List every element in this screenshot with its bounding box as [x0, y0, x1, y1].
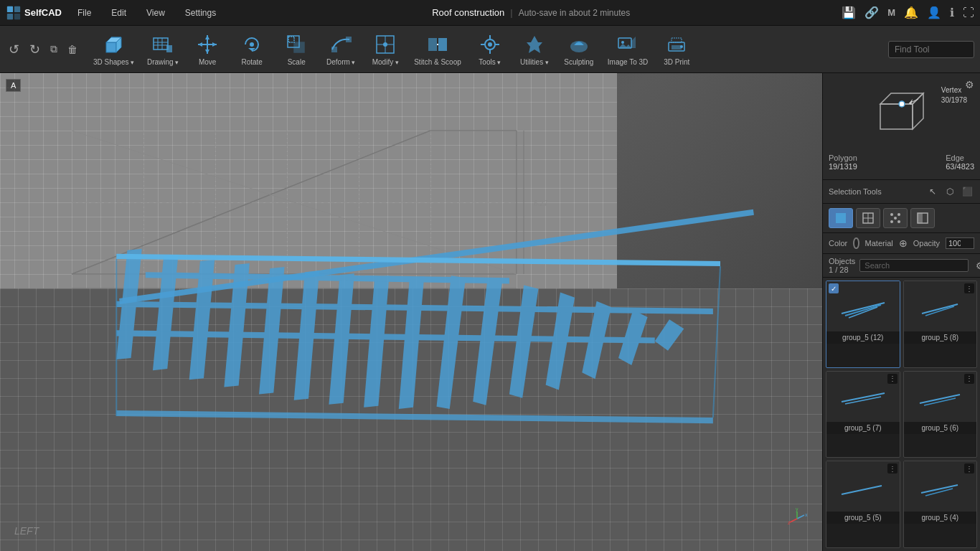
viewport-view-label: LEFT — [14, 525, 39, 537]
svg-point-115 — [894, 217, 897, 220]
svg-point-20 — [250, 42, 254, 47]
tool-tools[interactable]: Tools — [468, 29, 512, 70]
notifications-icon[interactable]: 🔔 — [904, 6, 918, 19]
object-card-group5-4[interactable]: ⋮ group_5 (4) — [903, 461, 978, 548]
3d-shapes-icon — [102, 32, 126, 57]
polygon-stat: Polygon 19/1319 — [829, 154, 857, 171]
svg-rect-107 — [836, 213, 846, 223]
object-dots-icon-2[interactable]: ⋮ — [887, 374, 897, 384]
menu-settings[interactable]: Settings — [181, 5, 220, 21]
profile-icon[interactable]: 👤 — [927, 6, 941, 19]
object-card-group5-5[interactable]: ⋮ group_5 (5) — [826, 461, 900, 548]
redo-button[interactable]: ↻ — [27, 39, 43, 60]
mode-solid-button[interactable] — [829, 208, 853, 228]
mode-face-button[interactable] — [910, 208, 935, 228]
mode-point-button[interactable] — [883, 208, 908, 228]
menu-view[interactable]: View — [142, 5, 169, 21]
object-card-group5-7[interactable]: ⋮ group_5 (7) — [826, 371, 900, 458]
copy-button[interactable]: ⧉ — [47, 40, 60, 58]
tool-modify[interactable]: Modify — [364, 29, 407, 70]
selection-tools-icons: ↖ ⬡ ⬛ — [925, 184, 974, 199]
logo-icon — [6, 5, 22, 21]
drawing-icon — [151, 32, 175, 57]
object-dots-icon-5[interactable]: ⋮ — [964, 463, 974, 474]
right-panel: ⚙ Vertex 30/19 — [822, 73, 980, 551]
svg-rect-117 — [918, 213, 923, 223]
svg-rect-21 — [288, 37, 294, 42]
selection-tools-label: Selection Tools — [829, 187, 882, 196]
objects-search-input[interactable] — [859, 259, 969, 272]
find-tool-input[interactable] — [888, 41, 974, 58]
tool-drawing-label: Drawing — [147, 58, 179, 66]
delete-button[interactable]: 🗑 — [65, 41, 80, 58]
image-to-3d-icon — [616, 32, 640, 57]
svg-rect-47 — [672, 38, 682, 42]
menu-edit[interactable]: Edit — [107, 5, 131, 21]
edge-value: 63/4823 — [946, 162, 974, 171]
object-dots-icon-4[interactable]: ⋮ — [887, 463, 897, 474]
viewport[interactable]: 10.63 6.27 2.76 4.27 3.57 — [0, 73, 822, 551]
color-row: Color Material ⊕ Opacity — [823, 233, 980, 254]
object-check-icon: ✓ — [829, 283, 839, 293]
tool-3d-print[interactable]: 3D Print — [655, 29, 698, 70]
tool-deform[interactable]: Deform — [319, 29, 362, 70]
menu-file[interactable]: File — [73, 5, 95, 21]
share-icon[interactable]: 🔗 — [864, 6, 879, 19]
svg-point-112 — [897, 213, 900, 216]
svg-rect-12 — [166, 45, 172, 52]
tool-scale[interactable]: Scale — [275, 29, 318, 70]
floor-grid — [0, 288, 822, 551]
help-icon[interactable]: ℹ — [950, 6, 954, 19]
svg-rect-1 — [14, 6, 20, 11]
autosave-status: Auto-save in about 2 minutes — [519, 8, 630, 18]
object-card-group5-6[interactable]: ⋮ group_5 (6) — [903, 371, 978, 458]
object-card-group5-12[interactable]: ✓ group_5 (12) — [826, 281, 900, 368]
object-dots-icon-3[interactable]: ⋮ — [964, 374, 974, 384]
sel-tool-1[interactable]: ↖ — [925, 184, 940, 199]
color-swatch[interactable] — [853, 237, 859, 249]
fullscreen-icon[interactable]: ⛶ — [963, 6, 974, 19]
tool-deform-label: Deform — [326, 58, 355, 66]
tool-stitch-scoop[interactable]: Stitch & Scoop — [408, 29, 467, 70]
stitch-scoop-icon — [425, 32, 450, 57]
undo-redo-group: ↺ ↻ ⧉ 🗑 — [6, 39, 80, 60]
tool-3d-shapes[interactable]: 3D Shapes — [88, 29, 140, 70]
tool-drawing[interactable]: Drawing — [141, 29, 184, 70]
save-icon[interactable]: 💾 — [842, 6, 856, 19]
svg-rect-0 — [7, 6, 13, 11]
tool-stitch-scoop-label: Stitch & Scoop — [414, 58, 461, 66]
object-card-group5-8[interactable]: ⋮ group_5 (8) — [903, 281, 978, 368]
object-label-group5-6: group_5 (6) — [904, 422, 977, 434]
tool-rotate[interactable]: Rotate — [230, 29, 273, 70]
sel-tool-3[interactable]: ⬛ — [960, 184, 974, 199]
svg-rect-24 — [331, 47, 337, 52]
sketchfab-icon[interactable]: M — [887, 7, 895, 18]
object-dots-icon[interactable]: ⋮ — [964, 283, 974, 293]
opacity-input[interactable] — [946, 237, 974, 249]
svg-point-113 — [890, 220, 893, 223]
logo: SelfCAD — [6, 5, 62, 21]
utilities-icon — [522, 32, 547, 57]
title-area: Roof construction | Auto-save in about 2… — [232, 7, 830, 18]
svg-marker-43 — [618, 44, 631, 48]
shape-info: ⚙ Vertex 30/19 — [823, 73, 980, 180]
vertex-value: 30/1978 — [941, 96, 967, 104]
tool-utilities[interactable]: Utilities — [513, 29, 556, 70]
objects-settings-button[interactable]: ⚙ — [976, 260, 980, 271]
tool-image-to-3d[interactable]: Image To 3D — [602, 29, 654, 70]
sel-tool-2[interactable]: ⬡ — [943, 184, 957, 199]
undo-button[interactable]: ↺ — [6, 39, 22, 60]
find-tool-container — [888, 41, 974, 58]
tool-sculpting[interactable]: Sculpting — [557, 29, 600, 70]
mode-wire-button[interactable] — [856, 208, 880, 228]
svg-rect-2 — [7, 13, 13, 19]
material-icon[interactable]: ⊕ — [899, 237, 908, 249]
svg-rect-25 — [346, 37, 352, 42]
tool-move[interactable]: Move — [186, 29, 229, 70]
viewport-canvas: 10.63 6.27 2.76 4.27 3.57 — [0, 73, 822, 551]
tool-modify-label: Modify — [372, 58, 399, 66]
tool-3d-shapes-label: 3D Shapes — [93, 58, 134, 66]
vertex-label: Vertex — [941, 86, 961, 94]
tool-scale-label: Scale — [288, 58, 306, 66]
sculpting-icon — [567, 32, 591, 57]
